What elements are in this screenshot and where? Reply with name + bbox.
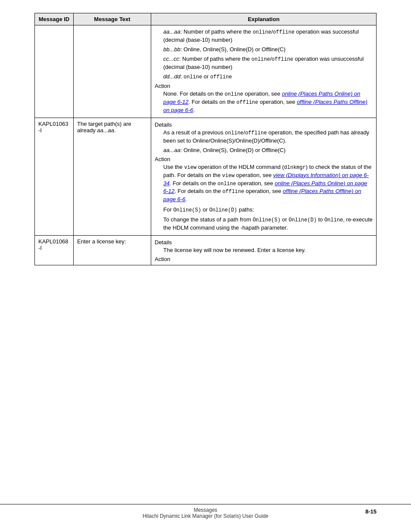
details-content: The license key will now be renewed. Ent… [155,246,373,254]
cell-id [35,25,74,118]
cell-explanation: aa...aa: Number of paths where the onlin… [151,25,377,118]
action-content: Use the view operation of the HDLM comma… [155,163,373,232]
page-number: 8-15 [365,508,377,515]
explanation-item: dd...dd: online or offline [155,73,373,81]
explanation-item: aa...aa: Number of paths where the onlin… [155,28,373,44]
explanation-item: bb...bb: Online, Online(S), Online(D) or… [155,46,373,53]
page-footer: Messages Hitachi Dynamic Link Manager (f… [0,504,411,519]
cell-text [74,25,151,118]
section-details: Details [155,121,373,128]
table-row: KAPL01063-I The target path(s) are alrea… [35,118,377,235]
cell-text: Enter a license key: [74,236,151,265]
section-details: Details [155,239,373,246]
cell-explanation: Details As a result of a previous online… [151,118,377,235]
header-text: Message Text [74,13,151,25]
cell-id: KAPL01068-I [35,236,74,265]
cell-id: KAPL01063-I [35,118,74,235]
details-item: aa...aa: Online, Online(S), Online(D) or… [155,146,373,154]
link-offline-places2[interactable]: offline (Places Paths Offline) on page 6… [163,188,361,202]
action-content: None. For details on the online operatio… [155,90,373,114]
page-container: Message ID Message Text Explanation aa..… [0,0,411,291]
details-content: As a result of a previous online/offline… [155,129,373,145]
explanation-item: cc...cc: Number of paths where the onlin… [155,55,373,71]
main-table: Message ID Message Text Explanation aa..… [34,13,377,265]
footer-label: Messages [0,507,411,513]
header-explanation: Explanation [151,13,377,25]
table-row: aa...aa: Number of paths where the onlin… [35,25,377,118]
section-action: Action [155,256,373,262]
section-action: Action [155,156,373,162]
cell-text: The target path(s) are already aa...aa. [74,118,151,235]
footer-guide: Hitachi Dynamic Link Manager (for Solari… [0,513,411,519]
table-row: KAPL01068-I Enter a license key: Details… [35,236,377,265]
header-id: Message ID [35,13,74,25]
link-offline-places[interactable]: offline (Places Paths Offline) on page 6… [163,99,367,113]
section-action: Action [155,83,373,89]
cell-explanation: Details The license key will now be rene… [151,236,377,265]
